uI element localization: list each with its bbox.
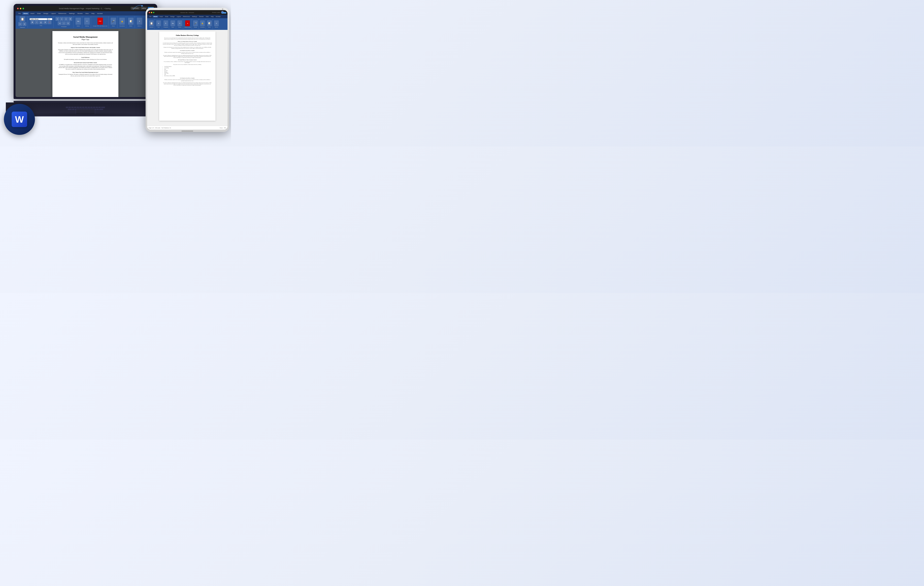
tablet-tab-review[interactable]: Review: [198, 16, 205, 18]
tablet-dot-maximize[interactable]: [153, 12, 154, 13]
addins-label: Add-ins: [138, 25, 142, 26]
tablet-para-4: Our team is dedicated to helping busines…: [163, 55, 212, 58]
tablet-font-icon[interactable]: A: [156, 20, 161, 26]
tab-draw[interactable]: Draw: [36, 12, 42, 15]
laptop-hinge: [13, 101, 157, 102]
tablet-tab-references[interactable]: References: [182, 16, 191, 18]
tablet-para-1: An online business directory listing ref…: [163, 43, 212, 46]
font-color-icon[interactable]: A: [48, 20, 51, 24]
paste-icon[interactable]: 📋: [20, 16, 25, 22]
tablet-paragraph-icon[interactable]: ¶: [163, 20, 168, 26]
editor-group: 📝 Editor: [127, 16, 135, 28]
key: [87, 107, 90, 108]
tablet-editor-icon[interactable]: 📝: [207, 20, 212, 26]
tablet-tab-view[interactable]: View: [205, 16, 210, 18]
tablet-section-3: Be Found Wherever Your Customers Search: [163, 59, 212, 61]
tab-acrobat[interactable]: Acrobat: [96, 12, 104, 15]
tablet-adobe-icon[interactable]: A: [185, 20, 190, 26]
tablet-dot-close[interactable]: [149, 12, 150, 13]
tablet-styles-label: Styles: [172, 26, 174, 28]
tablet-tab-insert[interactable]: Insert: [158, 16, 164, 18]
paragraph-mark-icon[interactable]: ¶: [66, 21, 70, 25]
bold-icon[interactable]: B: [30, 20, 35, 24]
create-pdf-label: Create PDF and Share Link: [93, 25, 107, 26]
key: [82, 107, 84, 108]
voice-label: Voice: [112, 25, 115, 26]
addins-icon[interactable]: +: [137, 18, 142, 25]
tab-design[interactable]: Design: [42, 12, 50, 15]
tablet-tab-draw[interactable]: Draw: [164, 16, 169, 18]
editor-icon[interactable]: 📝: [128, 18, 134, 25]
tablet-para-5: For your business to thrive, visibility …: [163, 61, 212, 63]
dictate-icon[interactable]: 🎤: [111, 18, 116, 25]
styles-icon[interactable]: Aa: [76, 18, 81, 25]
tablet-editing-button[interactable]: Editing: [222, 12, 226, 13]
word-letter: W: [15, 114, 24, 125]
dot-minimize[interactable]: [20, 8, 21, 9]
tablet-tab-acrobat[interactable]: Acrobat: [215, 16, 221, 18]
strikethrough-icon[interactable]: S̶: [43, 20, 47, 24]
tablet-dot-minimize[interactable]: [151, 12, 152, 13]
tab-mailings[interactable]: Mailings: [68, 12, 76, 15]
italic-icon[interactable]: I: [35, 20, 39, 24]
svg-marker-0: [141, 5, 143, 7]
list-item: HubSpot: [164, 71, 212, 72]
decorative-element: [132, 3, 144, 12]
tablet-tab-mailings[interactable]: Mailings: [191, 16, 198, 18]
status-words: 961 words: [155, 127, 160, 128]
tablet-section-4: Get Found on Any Device, Anytime: [163, 77, 212, 79]
sensitivity-icon[interactable]: 🔒: [119, 18, 125, 25]
tab-home[interactable]: Home: [22, 12, 29, 15]
key: [90, 107, 92, 108]
window-title: Social Media Management Page - Amped Mar…: [59, 8, 112, 10]
create-pdf-icon[interactable]: PDF: [97, 18, 103, 25]
editing-icon[interactable]: ✏: [84, 18, 90, 25]
tab-view[interactable]: View: [84, 12, 90, 15]
tablet-dictate-icon[interactable]: 🎤: [193, 20, 198, 26]
tablet-tab-file[interactable]: File: [148, 16, 152, 18]
key: [96, 107, 98, 108]
tablet-editing-icon[interactable]: ✏: [177, 20, 182, 26]
list-item: Google Maps: [164, 67, 212, 69]
key: [69, 107, 71, 108]
dot-maximize[interactable]: [23, 8, 24, 9]
tablet-tab-layout[interactable]: Layout: [176, 16, 182, 18]
tablet-sensitivity-icon[interactable]: 🔒: [200, 20, 205, 26]
align-center-icon[interactable]: ≡: [60, 17, 64, 21]
font-family-input[interactable]: [30, 18, 47, 20]
tab-help[interactable]: Help: [90, 12, 96, 15]
tablet-tab-design[interactable]: Design: [170, 16, 176, 18]
tablet-title-bar: Business Site - ⊕ Saved ▸ Rosalyn Lujani…: [147, 10, 228, 15]
paragraph-group: ≡ ≡ ≡ ☰ ⇥ ↕ ¶ Paragraph: [54, 16, 74, 28]
tablet-styles-icon[interactable]: Aa: [170, 20, 175, 26]
copy-icon[interactable]: ⎘: [23, 22, 26, 26]
key: [77, 107, 79, 108]
tablet-editing-group: ✏ Editing: [177, 19, 183, 29]
tab-review[interactable]: Review: [76, 12, 84, 15]
align-right-icon[interactable]: ≡: [64, 17, 68, 21]
tab-references[interactable]: References: [57, 12, 68, 15]
editing-label: Editing: [85, 25, 89, 26]
tablet-tab-home[interactable]: Home: [153, 16, 158, 18]
tablet-addins-icon[interactable]: +: [214, 20, 219, 26]
tablet-para-7: Whether your business operates from a ph…: [163, 79, 212, 82]
dot-close[interactable]: [17, 8, 19, 9]
tab-layout[interactable]: Layout: [50, 12, 57, 15]
indent-icon[interactable]: ⇥: [58, 21, 61, 25]
word-logo-inner: W: [12, 112, 27, 127]
tablet-tab-help[interactable]: Help: [210, 16, 214, 18]
key: [98, 107, 101, 108]
spacing-icon[interactable]: ↕: [62, 21, 66, 25]
font-size-input[interactable]: [48, 18, 52, 20]
cut-icon[interactable]: ✂: [18, 22, 22, 26]
tab-insert[interactable]: Insert: [29, 12, 36, 15]
align-left-icon[interactable]: ≡: [56, 17, 59, 21]
tablet-paste-icon[interactable]: 📋: [149, 20, 154, 26]
tab-file[interactable]: File: [17, 12, 22, 15]
tablet-ribbon-tabs: File Home Insert Draw Design Layout Refe…: [147, 15, 228, 18]
key: [85, 107, 87, 108]
voice-group: 🎤 Voice: [109, 16, 117, 28]
list-icon[interactable]: ☰: [68, 17, 72, 21]
tablet-device: Business Site - ⊕ Saved ▸ Rosalyn Lujani…: [145, 8, 229, 132]
underline-icon[interactable]: U: [39, 20, 43, 24]
